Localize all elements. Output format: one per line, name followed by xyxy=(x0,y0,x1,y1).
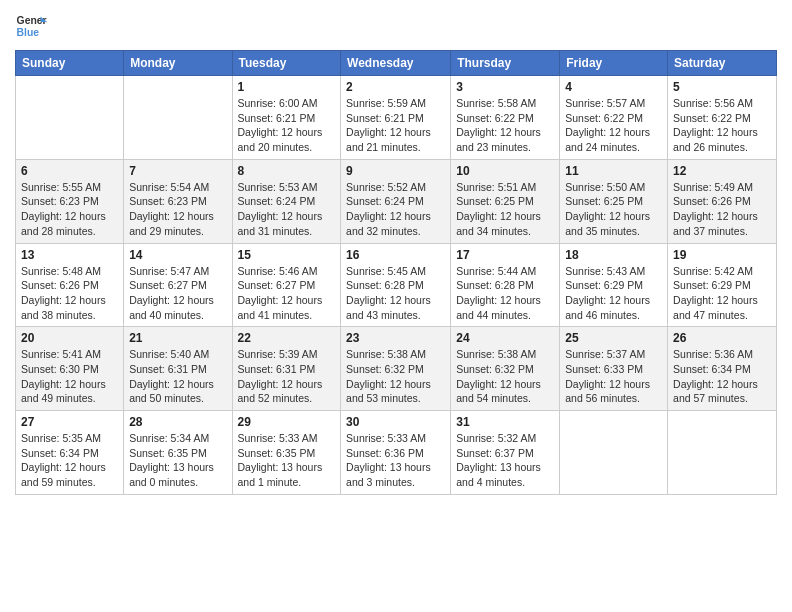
day-info: Sunrise: 5:56 AMSunset: 6:22 PMDaylight:… xyxy=(673,96,771,155)
day-number: 8 xyxy=(238,164,336,178)
calendar-cell: 9Sunrise: 5:52 AMSunset: 6:24 PMDaylight… xyxy=(341,159,451,243)
day-header-thursday: Thursday xyxy=(451,51,560,76)
day-number: 9 xyxy=(346,164,445,178)
day-info: Sunrise: 5:33 AMSunset: 6:35 PMDaylight:… xyxy=(238,431,336,490)
day-info: Sunrise: 5:52 AMSunset: 6:24 PMDaylight:… xyxy=(346,180,445,239)
calendar-cell: 5Sunrise: 5:56 AMSunset: 6:22 PMDaylight… xyxy=(668,76,777,160)
day-info: Sunrise: 5:44 AMSunset: 6:28 PMDaylight:… xyxy=(456,264,554,323)
day-number: 15 xyxy=(238,248,336,262)
logo-icon: General Blue xyxy=(15,10,47,42)
calendar-cell: 19Sunrise: 5:42 AMSunset: 6:29 PMDayligh… xyxy=(668,243,777,327)
day-number: 24 xyxy=(456,331,554,345)
day-info: Sunrise: 5:32 AMSunset: 6:37 PMDaylight:… xyxy=(456,431,554,490)
day-info: Sunrise: 5:53 AMSunset: 6:24 PMDaylight:… xyxy=(238,180,336,239)
day-info: Sunrise: 5:38 AMSunset: 6:32 PMDaylight:… xyxy=(346,347,445,406)
calendar-cell: 12Sunrise: 5:49 AMSunset: 6:26 PMDayligh… xyxy=(668,159,777,243)
day-info: Sunrise: 5:45 AMSunset: 6:28 PMDaylight:… xyxy=(346,264,445,323)
day-number: 23 xyxy=(346,331,445,345)
day-number: 29 xyxy=(238,415,336,429)
calendar-cell: 1Sunrise: 6:00 AMSunset: 6:21 PMDaylight… xyxy=(232,76,341,160)
day-number: 1 xyxy=(238,80,336,94)
day-header-wednesday: Wednesday xyxy=(341,51,451,76)
day-info: Sunrise: 5:51 AMSunset: 6:25 PMDaylight:… xyxy=(456,180,554,239)
calendar-cell: 28Sunrise: 5:34 AMSunset: 6:35 PMDayligh… xyxy=(124,411,232,495)
calendar-cell: 6Sunrise: 5:55 AMSunset: 6:23 PMDaylight… xyxy=(16,159,124,243)
day-header-friday: Friday xyxy=(560,51,668,76)
day-info: Sunrise: 5:48 AMSunset: 6:26 PMDaylight:… xyxy=(21,264,118,323)
logo: General Blue xyxy=(15,10,47,42)
day-number: 4 xyxy=(565,80,662,94)
week-row-4: 20Sunrise: 5:41 AMSunset: 6:30 PMDayligh… xyxy=(16,327,777,411)
day-info: Sunrise: 5:36 AMSunset: 6:34 PMDaylight:… xyxy=(673,347,771,406)
calendar-cell: 11Sunrise: 5:50 AMSunset: 6:25 PMDayligh… xyxy=(560,159,668,243)
day-number: 10 xyxy=(456,164,554,178)
calendar-cell xyxy=(560,411,668,495)
day-number: 22 xyxy=(238,331,336,345)
svg-text:Blue: Blue xyxy=(17,27,40,38)
calendar-cell: 8Sunrise: 5:53 AMSunset: 6:24 PMDaylight… xyxy=(232,159,341,243)
day-info: Sunrise: 5:40 AMSunset: 6:31 PMDaylight:… xyxy=(129,347,226,406)
calendar-cell: 20Sunrise: 5:41 AMSunset: 6:30 PMDayligh… xyxy=(16,327,124,411)
calendar-cell: 22Sunrise: 5:39 AMSunset: 6:31 PMDayligh… xyxy=(232,327,341,411)
calendar-cell: 27Sunrise: 5:35 AMSunset: 6:34 PMDayligh… xyxy=(16,411,124,495)
week-row-1: 1Sunrise: 6:00 AMSunset: 6:21 PMDaylight… xyxy=(16,76,777,160)
day-number: 28 xyxy=(129,415,226,429)
calendar-cell: 10Sunrise: 5:51 AMSunset: 6:25 PMDayligh… xyxy=(451,159,560,243)
day-info: Sunrise: 5:46 AMSunset: 6:27 PMDaylight:… xyxy=(238,264,336,323)
day-number: 18 xyxy=(565,248,662,262)
calendar-cell: 30Sunrise: 5:33 AMSunset: 6:36 PMDayligh… xyxy=(341,411,451,495)
day-number: 7 xyxy=(129,164,226,178)
day-header-sunday: Sunday xyxy=(16,51,124,76)
week-row-2: 6Sunrise: 5:55 AMSunset: 6:23 PMDaylight… xyxy=(16,159,777,243)
day-number: 31 xyxy=(456,415,554,429)
day-number: 20 xyxy=(21,331,118,345)
day-number: 11 xyxy=(565,164,662,178)
calendar-cell xyxy=(16,76,124,160)
calendar-cell: 29Sunrise: 5:33 AMSunset: 6:35 PMDayligh… xyxy=(232,411,341,495)
day-info: Sunrise: 5:38 AMSunset: 6:32 PMDaylight:… xyxy=(456,347,554,406)
calendar-cell: 18Sunrise: 5:43 AMSunset: 6:29 PMDayligh… xyxy=(560,243,668,327)
day-number: 21 xyxy=(129,331,226,345)
calendar-cell: 4Sunrise: 5:57 AMSunset: 6:22 PMDaylight… xyxy=(560,76,668,160)
day-number: 25 xyxy=(565,331,662,345)
day-number: 16 xyxy=(346,248,445,262)
calendar-table: SundayMondayTuesdayWednesdayThursdayFrid… xyxy=(15,50,777,495)
day-header-monday: Monday xyxy=(124,51,232,76)
calendar-cell xyxy=(124,76,232,160)
day-number: 26 xyxy=(673,331,771,345)
day-info: Sunrise: 5:50 AMSunset: 6:25 PMDaylight:… xyxy=(565,180,662,239)
day-info: Sunrise: 5:42 AMSunset: 6:29 PMDaylight:… xyxy=(673,264,771,323)
week-row-3: 13Sunrise: 5:48 AMSunset: 6:26 PMDayligh… xyxy=(16,243,777,327)
day-number: 27 xyxy=(21,415,118,429)
day-info: Sunrise: 5:55 AMSunset: 6:23 PMDaylight:… xyxy=(21,180,118,239)
day-info: Sunrise: 5:41 AMSunset: 6:30 PMDaylight:… xyxy=(21,347,118,406)
day-info: Sunrise: 5:58 AMSunset: 6:22 PMDaylight:… xyxy=(456,96,554,155)
day-info: Sunrise: 5:59 AMSunset: 6:21 PMDaylight:… xyxy=(346,96,445,155)
header-row: SundayMondayTuesdayWednesdayThursdayFrid… xyxy=(16,51,777,76)
day-info: Sunrise: 5:33 AMSunset: 6:36 PMDaylight:… xyxy=(346,431,445,490)
day-info: Sunrise: 5:34 AMSunset: 6:35 PMDaylight:… xyxy=(129,431,226,490)
calendar-cell: 23Sunrise: 5:38 AMSunset: 6:32 PMDayligh… xyxy=(341,327,451,411)
calendar-cell: 26Sunrise: 5:36 AMSunset: 6:34 PMDayligh… xyxy=(668,327,777,411)
day-number: 13 xyxy=(21,248,118,262)
day-number: 30 xyxy=(346,415,445,429)
calendar-cell: 2Sunrise: 5:59 AMSunset: 6:21 PMDaylight… xyxy=(341,76,451,160)
day-info: Sunrise: 5:47 AMSunset: 6:27 PMDaylight:… xyxy=(129,264,226,323)
day-info: Sunrise: 6:00 AMSunset: 6:21 PMDaylight:… xyxy=(238,96,336,155)
calendar-cell: 16Sunrise: 5:45 AMSunset: 6:28 PMDayligh… xyxy=(341,243,451,327)
day-number: 6 xyxy=(21,164,118,178)
calendar-cell: 15Sunrise: 5:46 AMSunset: 6:27 PMDayligh… xyxy=(232,243,341,327)
calendar-cell: 7Sunrise: 5:54 AMSunset: 6:23 PMDaylight… xyxy=(124,159,232,243)
day-number: 19 xyxy=(673,248,771,262)
day-number: 12 xyxy=(673,164,771,178)
day-info: Sunrise: 5:43 AMSunset: 6:29 PMDaylight:… xyxy=(565,264,662,323)
day-number: 14 xyxy=(129,248,226,262)
day-info: Sunrise: 5:57 AMSunset: 6:22 PMDaylight:… xyxy=(565,96,662,155)
day-number: 17 xyxy=(456,248,554,262)
header: General Blue xyxy=(15,10,777,42)
day-info: Sunrise: 5:54 AMSunset: 6:23 PMDaylight:… xyxy=(129,180,226,239)
calendar-cell: 13Sunrise: 5:48 AMSunset: 6:26 PMDayligh… xyxy=(16,243,124,327)
day-number: 3 xyxy=(456,80,554,94)
calendar-cell: 24Sunrise: 5:38 AMSunset: 6:32 PMDayligh… xyxy=(451,327,560,411)
day-info: Sunrise: 5:39 AMSunset: 6:31 PMDaylight:… xyxy=(238,347,336,406)
